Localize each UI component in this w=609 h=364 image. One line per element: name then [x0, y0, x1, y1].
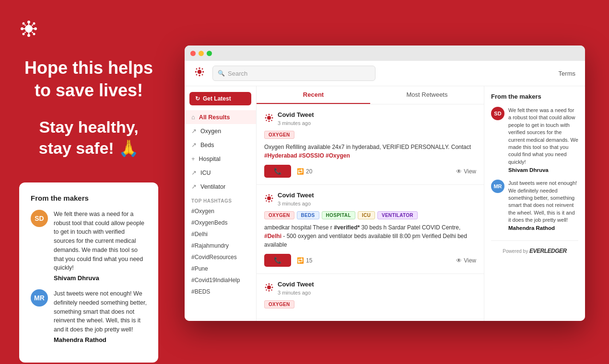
tag-icu-2: ICU — [358, 211, 375, 219]
tag-oxygen-2: OXYGEN — [264, 211, 294, 219]
panel-maker-2: MR Just tweets were not enough! We defin… — [491, 180, 578, 231]
svg-point-22 — [196, 68, 198, 70]
svg-point-31 — [266, 114, 267, 116]
panel-maker-info-2: Just tweets were not enough! We definite… — [508, 180, 578, 231]
sidebar: ↻ Get Latest ⌂ All Results ↗ Oxygen ↗ Be… — [185, 86, 257, 321]
tweet-body-1: Oxygen Refilling available 24x7 in hyder… — [264, 143, 476, 160]
makers-title: From the makers — [31, 194, 147, 202]
maker-avatar-2: MR — [31, 289, 48, 307]
retweet-info-1: 🔁 20 — [297, 168, 312, 175]
sidebar-item-icu[interactable]: ↗ ICU — [185, 166, 256, 180]
svg-point-34 — [271, 120, 272, 121]
everledger-logo: EVERLEDGER — [529, 248, 567, 254]
tweet-virus-icon-2 — [264, 193, 274, 205]
svg-line-14 — [32, 24, 33, 25]
tag-oxygen-3: OXYGEN — [264, 300, 294, 308]
svg-point-32 — [271, 114, 272, 116]
dot-maximize[interactable] — [207, 51, 212, 56]
maker-avatar-1: SD — [31, 210, 48, 227]
svg-point-23 — [202, 68, 203, 70]
svg-point-52 — [271, 289, 272, 291]
svg-point-35 — [267, 196, 271, 200]
hashtag-item-6[interactable]: #Covid19IndiaHelp — [185, 274, 256, 286]
retweet-info-2: 🔁 15 — [297, 257, 312, 264]
app-header: 🔍 Search Terms — [185, 61, 585, 86]
maker-info-1: We felt there was a need for a robust to… — [54, 210, 147, 282]
svg-point-44 — [267, 285, 271, 289]
svg-point-49 — [266, 284, 267, 285]
makers-card: From the makers SD We felt there was a n… — [19, 182, 158, 363]
browser-titlebar — [185, 46, 585, 61]
sidebar-item-hospital[interactable]: + Hospital — [185, 152, 256, 166]
eye-icon-2: 👁 — [456, 257, 462, 264]
svg-point-5 — [23, 23, 25, 25]
feed-area[interactable]: Recent Most Retweets — [257, 86, 484, 321]
hashtag-item-2[interactable]: #Delhi — [185, 228, 256, 240]
maker-quote-1: We felt there was a need for a robust to… — [54, 210, 147, 273]
browser-content: 🔍 Search Terms ↻ Get Latest ⌂ All Result… — [185, 61, 585, 321]
browser-window: 🔍 Search Terms ↻ Get Latest ⌂ All Result… — [185, 46, 585, 321]
home-icon: ⌂ — [191, 114, 195, 121]
view-link-1[interactable]: 👁 View — [456, 168, 476, 175]
svg-line-16 — [32, 32, 33, 33]
dot-close[interactable] — [190, 51, 196, 56]
dot-minimize[interactable] — [199, 51, 204, 56]
tag-row-2: OXYGEN BEDS HOSPITAL ICU VENTILATOR — [264, 211, 476, 219]
svg-point-33 — [266, 120, 267, 121]
svg-point-50 — [271, 284, 272, 285]
svg-point-46 — [269, 290, 270, 292]
sidebar-item-all-results[interactable]: ⌂ All Results — [185, 110, 256, 124]
sidebar-item-ventilator[interactable]: ↗ Ventilator — [185, 180, 256, 193]
hero-text: Hope this helps to save lives! — [19, 57, 158, 102]
tweet-virus-icon-1 — [264, 113, 274, 125]
hashtag-item-7[interactable]: #BEDS — [185, 286, 256, 297]
svg-point-6 — [33, 23, 35, 25]
svg-point-8 — [33, 33, 35, 35]
tweet-header-3: Covid Tweet 3 minutes ago — [264, 281, 476, 296]
panel-maker-quote-2: Just tweets were not enough! We definite… — [508, 180, 578, 224]
get-latest-button[interactable]: ↻ Get Latest — [189, 92, 251, 105]
panel-maker-name-2: Mahendra Rathod — [508, 225, 578, 231]
maker-item-2: MR Just tweets were not enough! We defin… — [31, 289, 147, 343]
tag-oxygen-1: OXYGEN — [264, 131, 294, 139]
refresh-icon: ↻ — [195, 95, 200, 102]
svg-point-29 — [265, 117, 267, 119]
panel-avatar-1: SD — [491, 107, 504, 120]
hashtag-list: #Oxygen#OxygenBeds#Delhi#Rajahmundry#Cov… — [185, 205, 256, 297]
sidebar-item-oxygen[interactable]: ↗ Oxygen — [185, 124, 256, 138]
panel-maker-1: SD We felt there was a need for a robust… — [491, 107, 578, 173]
svg-point-37 — [269, 201, 270, 203]
tweet-card-1: Covid Tweet 3 minutes ago OXYGEN Oxygen … — [257, 104, 484, 185]
svg-point-19 — [199, 75, 200, 76]
retweet-icon-1: 🔁 — [297, 168, 304, 175]
terms-link[interactable]: Terms — [559, 70, 575, 77]
tweet-actions-1: 📞 🔁 20 👁 View — [264, 165, 476, 178]
tab-recent[interactable]: Recent — [257, 86, 370, 104]
call-button-1[interactable]: 📞 — [264, 165, 291, 178]
tab-most-retweets[interactable]: Most Retweets — [370, 86, 484, 104]
tag-row-1: OXYGEN — [264, 131, 476, 139]
svg-point-45 — [269, 284, 270, 285]
svg-point-36 — [269, 194, 270, 196]
hashtag-item-5[interactable]: #Pune — [185, 263, 256, 274]
hashtag-item-4[interactable]: #CovidResources — [185, 251, 256, 263]
hashtag-item-3[interactable]: #Rajahmundry — [185, 240, 256, 251]
tweet-meta-2: Covid Tweet 3 minutes ago — [278, 192, 314, 207]
hashtag-item-1[interactable]: #OxygenBeds — [185, 217, 256, 228]
call-button-2[interactable]: 📞 — [264, 254, 291, 267]
svg-point-28 — [269, 121, 270, 122]
hashtags-section-label: TOP HASHTAGS — [185, 193, 256, 205]
view-link-2[interactable]: 👁 View — [456, 257, 476, 264]
tag-row-3: OXYGEN — [264, 300, 476, 308]
svg-point-0 — [25, 25, 33, 33]
search-placeholder: Search — [228, 70, 247, 77]
svg-point-18 — [199, 68, 200, 69]
svg-point-39 — [272, 198, 273, 199]
hospital-icon: + — [191, 155, 195, 162]
search-bar[interactable]: 🔍 Search — [212, 66, 375, 81]
svg-point-48 — [272, 287, 273, 288]
hashtag-item-0[interactable]: #Oxygen — [185, 205, 256, 217]
svg-point-20 — [195, 71, 197, 72]
svg-point-25 — [202, 74, 203, 76]
sidebar-item-beds[interactable]: ↗ Beds — [185, 138, 256, 152]
